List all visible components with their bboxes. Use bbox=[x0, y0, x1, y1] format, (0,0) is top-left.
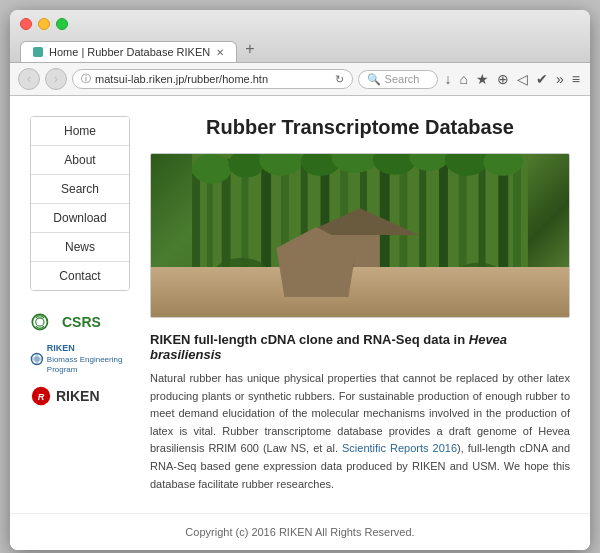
svg-rect-9 bbox=[241, 169, 248, 292]
svg-point-35 bbox=[311, 277, 410, 307]
csrs-text: CSRS bbox=[62, 314, 101, 330]
biomass-riken-label: RIKEN bbox=[47, 343, 130, 355]
more-tools-icon[interactable]: » bbox=[554, 70, 566, 88]
svg-point-39 bbox=[212, 258, 271, 298]
svg-point-40 bbox=[451, 263, 506, 299]
svg-rect-19 bbox=[439, 154, 448, 297]
svg-rect-21 bbox=[479, 157, 486, 295]
svg-point-42 bbox=[496, 269, 539, 301]
csrs-logo[interactable]: CSRS bbox=[30, 311, 130, 333]
copyright-text: Copyright (c) 2016 RIKEN All Rights Rese… bbox=[185, 526, 414, 538]
riken-icon: R bbox=[30, 385, 52, 407]
page-footer: Copyright (c) 2016 RIKEN All Rights Rese… bbox=[10, 513, 590, 550]
check-icon[interactable]: ✔ bbox=[534, 70, 550, 88]
lock-icon: ⓘ bbox=[81, 72, 91, 86]
minimize-button[interactable] bbox=[38, 18, 50, 30]
svg-rect-36 bbox=[320, 233, 379, 277]
search-placeholder: Search bbox=[385, 73, 420, 85]
svg-rect-10 bbox=[261, 162, 271, 290]
nav-bar: ‹ › ⓘ matsui-lab.riken.jp/rubber/home.ht… bbox=[10, 63, 590, 96]
sidebar: Home About Search Download News Contact bbox=[30, 116, 130, 493]
svg-point-0 bbox=[32, 314, 47, 329]
sidebar-item-about[interactable]: About bbox=[31, 146, 129, 175]
page-content: Home About Search Download News Contact bbox=[10, 96, 590, 550]
maximize-button[interactable] bbox=[56, 18, 68, 30]
search-box[interactable]: 🔍 Search bbox=[358, 70, 438, 89]
svg-rect-6 bbox=[192, 174, 200, 293]
address-text: matsui-lab.riken.jp/rubber/home.htn bbox=[95, 73, 331, 85]
csrs-icon bbox=[30, 311, 58, 333]
svg-rect-20 bbox=[459, 162, 467, 295]
new-tab-button[interactable]: + bbox=[237, 36, 262, 62]
tab-favicon bbox=[33, 47, 43, 57]
sidebar-item-home[interactable]: Home bbox=[31, 117, 129, 146]
description: Natural rubber has unique physical prope… bbox=[150, 370, 570, 493]
svg-point-24 bbox=[192, 154, 232, 184]
tabs-bar: Home | Rubber Database RIKEN ✕ + bbox=[20, 36, 580, 62]
download-icon[interactable]: ↓ bbox=[443, 70, 454, 88]
close-button[interactable] bbox=[20, 18, 32, 30]
svg-point-1 bbox=[36, 318, 44, 326]
main-area: Rubber Transcriptome Database bbox=[150, 116, 570, 493]
active-tab[interactable]: Home | Rubber Database RIKEN ✕ bbox=[20, 41, 237, 62]
window-controls bbox=[20, 18, 580, 30]
menu-icon[interactable]: ≡ bbox=[570, 70, 582, 88]
forward-button[interactable]: › bbox=[45, 68, 67, 90]
bookmark-icon[interactable]: ★ bbox=[474, 70, 491, 88]
subtitle: RIKEN full-length cDNA clone and RNA-Seq… bbox=[150, 332, 570, 362]
svg-point-41 bbox=[182, 273, 222, 303]
svg-rect-12 bbox=[301, 164, 308, 292]
tab-close-icon[interactable]: ✕ bbox=[216, 47, 224, 58]
svg-text:R: R bbox=[38, 392, 45, 402]
svg-rect-11 bbox=[281, 157, 289, 295]
back-icon: ‹ bbox=[27, 72, 31, 86]
forest-illustration bbox=[151, 154, 569, 317]
sidebar-item-search[interactable]: Search bbox=[31, 175, 129, 204]
sidebar-menu: Home About Search Download News Contact bbox=[30, 116, 130, 291]
home-icon[interactable]: ⌂ bbox=[458, 70, 470, 88]
scientific-reports-link[interactable]: Scientific Reports 2016 bbox=[342, 442, 457, 454]
title-bar: Home | Rubber Database RIKEN ✕ + bbox=[10, 10, 590, 63]
browser-window: Home | Rubber Database RIKEN ✕ + ‹ › ⓘ m… bbox=[10, 10, 590, 550]
hero-image bbox=[150, 153, 570, 318]
share-icon[interactable]: ⊕ bbox=[495, 70, 511, 88]
biomass-icon bbox=[30, 350, 44, 368]
biomass-program-label: Biomass Engineering Program bbox=[47, 355, 130, 376]
svg-rect-23 bbox=[513, 159, 521, 297]
riken-biomass-logo[interactable]: RIKEN Biomass Engineering Program bbox=[30, 343, 130, 375]
nav-icons: ↓ ⌂ ★ ⊕ ◁ ✔ » ≡ bbox=[443, 70, 582, 88]
riken-logo[interactable]: R RIKEN bbox=[30, 385, 130, 407]
svg-rect-34 bbox=[192, 271, 528, 277]
logo-area: CSRS RIKEN Biomass Engineering Progra bbox=[30, 311, 130, 407]
sidebar-item-contact[interactable]: Contact bbox=[31, 262, 129, 290]
refresh-icon[interactable]: ↻ bbox=[335, 73, 344, 86]
forward-icon: › bbox=[54, 72, 58, 86]
riken-text: RIKEN bbox=[56, 388, 100, 404]
back-button[interactable]: ‹ bbox=[18, 68, 40, 90]
page-inner: Home About Search Download News Contact bbox=[10, 96, 590, 513]
svg-rect-22 bbox=[498, 164, 508, 292]
page-title: Rubber Transcriptome Database bbox=[150, 116, 570, 139]
sidebar-item-download[interactable]: Download bbox=[31, 204, 129, 233]
tab-title: Home | Rubber Database RIKEN bbox=[49, 46, 210, 58]
svg-rect-38 bbox=[338, 253, 354, 278]
sidebar-item-news[interactable]: News bbox=[31, 233, 129, 262]
address-bar[interactable]: ⓘ matsui-lab.riken.jp/rubber/home.htn ↻ bbox=[72, 69, 353, 89]
back-history-icon[interactable]: ◁ bbox=[515, 70, 530, 88]
svg-rect-18 bbox=[419, 159, 426, 297]
svg-rect-33 bbox=[192, 273, 528, 317]
search-icon: 🔍 bbox=[367, 73, 381, 86]
